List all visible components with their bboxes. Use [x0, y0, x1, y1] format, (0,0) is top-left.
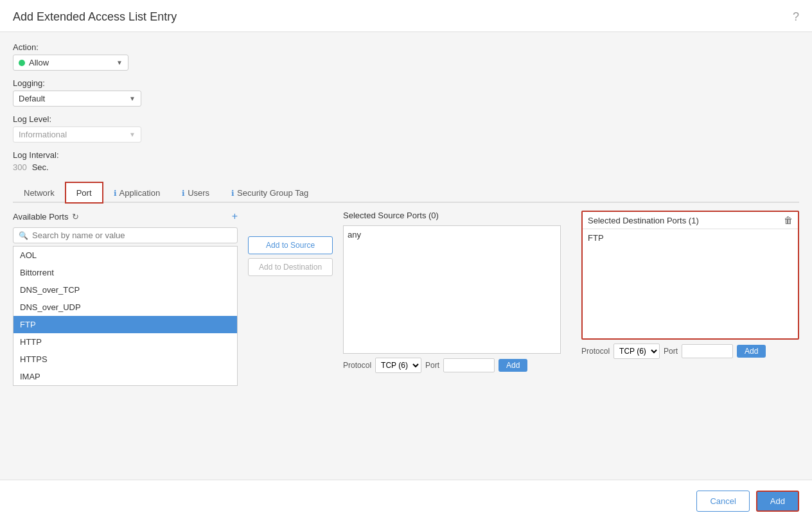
logging-value: Default	[19, 94, 124, 103]
destination-add-button[interactable]: Add	[737, 345, 766, 358]
destination-ports-header: Selected Destination Ports (1) 🗑	[583, 212, 798, 229]
tab-network-label: Network	[24, 188, 55, 198]
log-interval-label: Log Interval:	[13, 150, 799, 160]
log-interval-row: 300 Sec.	[13, 162, 799, 172]
destination-protocol-row: Protocol TCP (6) Port Add	[581, 344, 799, 359]
source-protocol-label: Protocol	[343, 361, 371, 370]
source-ports-value: any	[348, 230, 361, 239]
source-ports-area: any	[343, 225, 561, 354]
source-protocol-row: Protocol TCP (6) Port Add	[343, 358, 561, 373]
destination-ports-panel: Selected Destination Ports (1) 🗑 FTP Pro…	[581, 211, 799, 359]
logging-group: Logging: Default ▼	[13, 78, 799, 107]
delete-icon[interactable]: 🗑	[784, 215, 793, 225]
logging-arrow-icon: ▼	[129, 95, 136, 102]
list-item[interactable]: AOL	[13, 247, 237, 264]
action-buttons: Add to Source Add to Destination	[248, 211, 333, 276]
source-add-button[interactable]: Add	[499, 359, 527, 372]
log-level-group: Log Level: Informational ▼	[13, 114, 799, 143]
dialog-footer: Cancel Add	[0, 480, 812, 522]
destination-protocol-select[interactable]: TCP (6)	[613, 344, 660, 359]
list-item[interactable]: IMAP	[13, 368, 237, 385]
action-arrow-icon: ▼	[116, 59, 123, 66]
dialog-title: Add Extended Access List Entry	[13, 10, 177, 24]
ports-list: AOL Bittorrent DNS_over_TCP DNS_over_UDP…	[13, 246, 238, 386]
source-protocol-select[interactable]: TCP (6)	[375, 358, 421, 373]
action-value: Allow	[29, 58, 111, 67]
available-ports-panel: Available Ports ↻ + 🔍 AOL Bittorrent DNS…	[13, 211, 238, 386]
destination-ports-value: FTP	[588, 233, 604, 243]
destination-ports-body: FTP	[583, 229, 798, 338]
tab-users[interactable]: ℹ Users	[171, 182, 220, 203]
log-level-label: Log Level:	[13, 114, 799, 124]
ports-section: Available Ports ↻ + 🔍 AOL Bittorrent DNS…	[13, 211, 799, 386]
tab-network[interactable]: Network	[13, 182, 66, 203]
refresh-icon[interactable]: ↻	[72, 212, 79, 222]
logging-label: Logging:	[13, 78, 799, 88]
source-port-input[interactable]	[443, 358, 495, 372]
search-icon: 🔍	[19, 231, 28, 240]
dialog-body: Action: Allow ▼ Logging: Default ▼ Log L…	[0, 32, 812, 480]
tabs-bar: Network Port ℹ Application ℹ Users ℹ Sec…	[13, 182, 799, 203]
tab-application-label: Application	[119, 188, 161, 198]
source-port-label: Port	[425, 361, 439, 370]
log-interval-group: Log Interval: 300 Sec.	[13, 150, 799, 172]
log-level-arrow-icon: ▼	[129, 131, 136, 138]
list-item-ftp[interactable]: FTP	[13, 316, 237, 333]
application-info-icon: ℹ	[114, 189, 117, 198]
list-item[interactable]: DNS_over_TCP	[13, 281, 237, 299]
action-label: Action:	[13, 42, 799, 52]
tab-security-group-tag[interactable]: ℹ Security Group Tag	[220, 182, 319, 203]
list-item[interactable]: DNS_over_UDP	[13, 299, 237, 316]
available-ports-label: Available Ports	[13, 212, 68, 222]
source-ports-header: Selected Source Ports (0)	[343, 211, 561, 220]
destination-ports-title: Selected Destination Ports (1)	[588, 216, 699, 225]
available-ports-header: Available Ports ↻ +	[13, 211, 238, 222]
tab-port[interactable]: Port	[66, 182, 103, 203]
tab-application[interactable]: ℹ Application	[103, 182, 172, 203]
add-to-source-button[interactable]: Add to Source	[248, 236, 333, 254]
search-input[interactable]	[32, 231, 232, 240]
search-box: 🔍	[13, 227, 238, 243]
cancel-button[interactable]: Cancel	[696, 491, 749, 512]
add-button[interactable]: Add	[756, 491, 799, 512]
action-select[interactable]: Allow ▼	[13, 55, 128, 71]
destination-ports-inner: Selected Destination Ports (1) 🗑 FTP	[581, 211, 799, 340]
list-item[interactable]: HTTP	[13, 333, 237, 351]
destination-port-label: Port	[664, 347, 678, 356]
add-plus-icon[interactable]: +	[232, 211, 238, 222]
add-to-destination-button[interactable]: Add to Destination	[248, 258, 333, 276]
destination-protocol-label: Protocol	[581, 347, 610, 356]
dialog-header: Add Extended Access List Entry ?	[0, 0, 812, 32]
tab-users-label: Users	[188, 188, 209, 198]
log-level-value: Informational	[19, 130, 124, 139]
log-interval-unit: Sec.	[32, 162, 49, 172]
action-group: Action: Allow ▼	[13, 42, 799, 71]
destination-port-input[interactable]	[682, 344, 733, 358]
tab-security-group-tag-label: Security Group Tag	[237, 188, 308, 198]
users-info-icon: ℹ	[182, 189, 185, 198]
available-ports-title: Available Ports ↻	[13, 212, 79, 222]
list-item[interactable]: Bittorrent	[13, 264, 237, 281]
log-level-select[interactable]: Informational ▼	[13, 126, 141, 143]
tab-port-label: Port	[76, 188, 92, 198]
log-interval-value: 300	[13, 162, 27, 172]
logging-select[interactable]: Default ▼	[13, 91, 141, 107]
action-dot	[19, 60, 25, 66]
list-item[interactable]: HTTPS	[13, 351, 237, 368]
source-ports-panel: Selected Source Ports (0) any Protocol T…	[343, 211, 561, 373]
help-icon[interactable]: ?	[793, 10, 799, 24]
sgt-info-icon: ℹ	[231, 189, 234, 198]
